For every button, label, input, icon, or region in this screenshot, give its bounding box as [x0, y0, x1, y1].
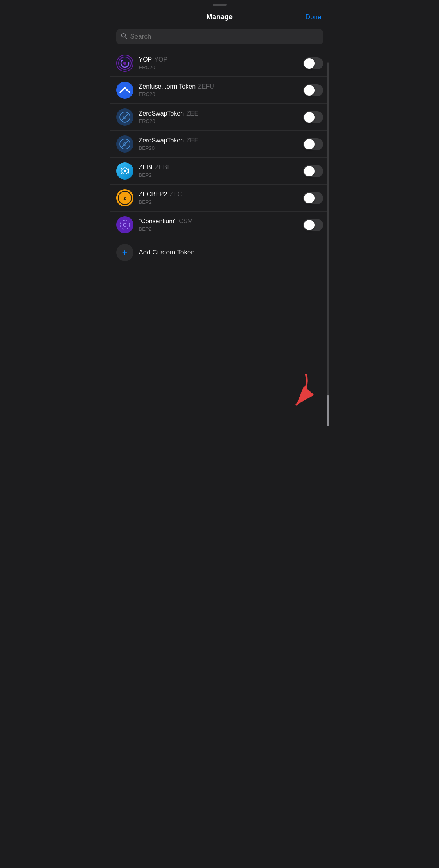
token-ticker-csm: CSM	[179, 218, 193, 225]
svg-point-12	[124, 170, 126, 172]
token-info-zec: ZECBEP2 ZEC BEP2	[139, 191, 298, 205]
token-icon-zefu	[116, 82, 133, 99]
token-info-zefu: Zenfuse...orm Token ZEFU ERC20	[139, 83, 298, 97]
token-info-csm: "Consentium" CSM BEP2	[139, 218, 298, 232]
token-icon-zee-erc20	[116, 108, 133, 126]
token-item-csm: C "Consentium" CSM BEP2	[110, 212, 329, 238]
token-name-zee-erc20: ZeroSwapToken	[139, 110, 184, 117]
scrollbar-track	[327, 62, 329, 426]
search-bar[interactable]	[116, 29, 323, 44]
token-network-csm: BEP2	[139, 226, 298, 232]
toggle-csm[interactable]	[303, 219, 323, 231]
token-name-row-zebi: ZEBI ZEBI	[139, 164, 298, 171]
toggle-zee-erc20[interactable]	[303, 111, 323, 123]
token-item-zebi: ZEBI ZEBI BEP2	[110, 158, 329, 185]
token-network-zee-bep20: BEP20	[139, 145, 298, 151]
search-container	[110, 27, 329, 50]
done-button[interactable]: Done	[306, 13, 322, 21]
toggle-zee-bep20[interactable]	[303, 138, 323, 150]
token-name-zec: ZECBEP2	[139, 191, 167, 198]
token-icon-zebi	[116, 162, 133, 180]
token-icon-csm: C	[116, 216, 133, 233]
token-list: YOP YOP ERC20 Zenfuse...orm Token ZEFU	[110, 50, 329, 267]
modal-container: Manage Done	[110, 0, 329, 434]
token-name-row-zefu: Zenfuse...orm Token ZEFU	[139, 83, 298, 90]
token-name-row-zec: ZECBEP2 ZEC	[139, 191, 298, 198]
token-ticker-yop: YOP	[154, 56, 167, 63]
token-info-zee-erc20: ZeroSwapToken ZEE ERC20	[139, 110, 298, 124]
svg-text:C: C	[123, 222, 126, 228]
token-name-row-csm: "Consentium" CSM	[139, 218, 298, 225]
token-item-zee-bep20: ZeroSwapToken ZEE BEP20	[110, 131, 329, 158]
svg-point-4	[123, 62, 126, 65]
token-info-zebi: ZEBI ZEBI BEP2	[139, 164, 298, 178]
svg-line-9	[121, 140, 129, 148]
token-item-zefu: Zenfuse...orm Token ZEFU ERC20	[110, 77, 329, 104]
svg-text:z: z	[123, 194, 126, 201]
token-network-zee-erc20: ERC20	[139, 118, 298, 124]
token-name-zebi: ZEBI	[139, 164, 153, 171]
search-input[interactable]	[130, 33, 318, 41]
token-ticker-zebi: ZEBI	[155, 164, 169, 171]
token-network-zefu: ERC20	[139, 91, 298, 97]
token-icon-zee-bep20	[116, 135, 133, 153]
token-network-zec: BEP2	[139, 199, 298, 205]
token-item-zec: z ZECBEP2 ZEC BEP2	[110, 185, 329, 212]
add-custom-label: Add Custom Token	[139, 249, 195, 256]
toggle-knob-zee-erc20	[304, 112, 315, 123]
toggle-knob-zefu	[304, 85, 315, 96]
toggle-knob-csm	[304, 220, 315, 230]
plus-icon: +	[122, 248, 127, 257]
header: Manage Done	[110, 6, 329, 27]
search-icon	[121, 33, 127, 41]
toggle-knob-zee-bep20	[304, 139, 315, 149]
toggle-knob-zebi	[304, 166, 315, 176]
token-name-zee-bep20: ZeroSwapToken	[139, 137, 184, 144]
toggle-zefu[interactable]	[303, 84, 323, 96]
token-name-csm: "Consentium"	[139, 218, 177, 225]
token-network-yop: ERC20	[139, 64, 298, 70]
add-custom-token-item[interactable]: + Add Custom Token	[110, 238, 329, 267]
token-ticker-zee-erc20: ZEE	[186, 110, 198, 117]
token-icon-yop	[116, 55, 133, 72]
token-info-zee-bep20: ZeroSwapToken ZEE BEP20	[139, 137, 298, 151]
token-ticker-zefu: ZEFU	[198, 83, 214, 90]
token-name-row-zee-bep20: ZeroSwapToken ZEE	[139, 137, 298, 144]
token-item-zee-erc20: ZeroSwapToken ZEE ERC20	[110, 104, 329, 131]
token-info-yop: YOP YOP ERC20	[139, 56, 298, 70]
token-item-yop: YOP YOP ERC20	[110, 50, 329, 77]
svg-line-1	[125, 37, 126, 39]
token-ticker-zee-bep20: ZEE	[186, 137, 198, 144]
svg-line-6	[121, 113, 129, 121]
token-name-zefu: Zenfuse...orm Token	[139, 83, 196, 90]
header-title: Manage	[206, 13, 233, 21]
token-ticker-zec: ZEC	[169, 191, 182, 198]
token-network-zebi: BEP2	[139, 172, 298, 178]
toggle-yop[interactable]	[303, 57, 323, 69]
token-name-row-zee-erc20: ZeroSwapToken ZEE	[139, 110, 298, 117]
token-name-yop: YOP	[139, 56, 152, 63]
add-custom-icon: +	[116, 244, 133, 261]
toggle-knob-yop	[304, 58, 315, 69]
toggle-knob-zec	[304, 193, 315, 203]
toggle-zebi[interactable]	[303, 165, 323, 177]
toggle-zec[interactable]	[303, 192, 323, 204]
token-icon-zec: z	[116, 189, 133, 206]
token-name-row-yop: YOP YOP	[139, 56, 298, 63]
red-arrow-annotation	[275, 370, 314, 418]
scrollbar-thumb[interactable]	[327, 395, 329, 426]
